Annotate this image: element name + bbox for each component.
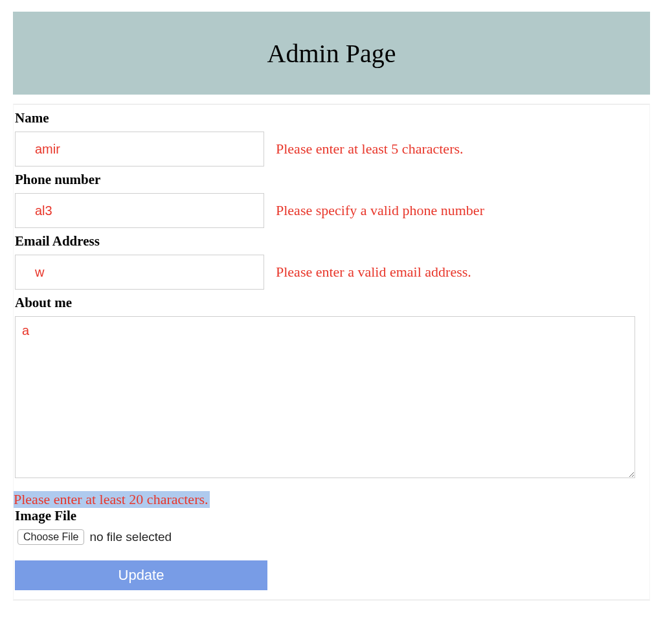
email-input[interactable] xyxy=(15,255,264,290)
name-error: Please enter at least 5 characters. xyxy=(276,141,464,157)
phone-input[interactable] xyxy=(15,193,264,228)
about-label: About me xyxy=(14,295,649,311)
phone-error: Please specify a valid phone number xyxy=(276,202,484,219)
email-group: Email Address Please enter a valid email… xyxy=(14,233,649,290)
name-group: Name Please enter at least 5 characters. xyxy=(14,110,649,167)
email-error: Please enter a valid email address. xyxy=(276,264,471,281)
admin-form: Name Please enter at least 5 characters.… xyxy=(13,104,650,601)
page-header: Admin Page xyxy=(13,12,650,95)
image-label: Image File xyxy=(14,508,649,524)
update-button[interactable]: Update xyxy=(15,560,267,590)
name-input[interactable] xyxy=(15,132,264,167)
phone-label: Phone number xyxy=(14,172,649,188)
about-textarea[interactable] xyxy=(15,316,635,478)
about-error: Please enter at least 20 characters. xyxy=(14,491,210,508)
image-group: Image File Choose File no file selected xyxy=(14,508,649,545)
file-status: no file selected xyxy=(89,530,172,544)
email-label: Email Address xyxy=(14,233,649,249)
name-label: Name xyxy=(14,110,649,126)
choose-file-button[interactable]: Choose File xyxy=(17,529,84,545)
phone-group: Phone number Please specify a valid phon… xyxy=(14,172,649,228)
page-title: Admin Page xyxy=(267,38,396,69)
about-group: About me Please enter at least 20 charac… xyxy=(14,295,649,508)
